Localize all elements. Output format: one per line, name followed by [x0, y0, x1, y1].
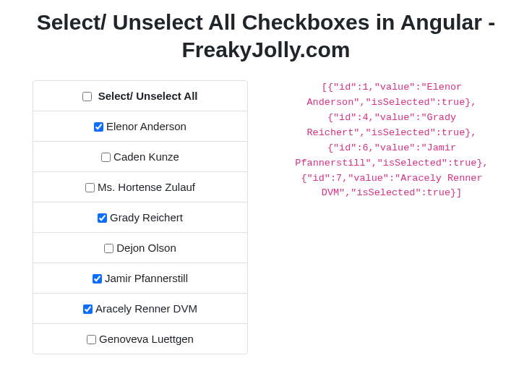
item-checkbox[interactable]	[104, 244, 113, 253]
item-text: Dejon Olson	[116, 242, 176, 254]
item-checkbox[interactable]	[87, 335, 96, 344]
checkbox-list: Select/ Unselect All Elenor AndersonCade…	[33, 80, 248, 354]
list-item: Dejon Olson	[33, 233, 247, 263]
list-item: Jamir Pfannerstill	[33, 263, 247, 294]
item-checkbox[interactable]	[94, 122, 103, 132]
output-column: [{"id":1,"value":"Elenor Anderson","isSe…	[266, 80, 518, 354]
item-text: Caden Kunze	[113, 150, 179, 163]
page-title: Select/ Unselect All Checkboxes in Angul…	[0, 9, 532, 63]
item-text: Genoveva Luettgen	[99, 333, 194, 345]
item-text: Grady Reichert	[110, 211, 183, 223]
item-label[interactable]: Elenor Anderson	[94, 120, 186, 132]
item-text: Jamir Pfannerstill	[105, 272, 188, 284]
list-item: Ms. Hortense Zulauf	[33, 172, 247, 203]
item-checkbox[interactable]	[98, 213, 107, 223]
item-label[interactable]: Aracely Renner DVM	[83, 302, 197, 315]
item-text: Elenor Anderson	[106, 120, 186, 132]
item-checkbox[interactable]	[85, 183, 95, 192]
checkbox-column: Select/ Unselect All Elenor AndersonCade…	[14, 80, 266, 354]
list-item: Aracely Renner DVM	[33, 294, 247, 324]
item-label[interactable]: Grady Reichert	[98, 211, 183, 223]
select-all-label[interactable]: Select/ Unselect All	[82, 90, 197, 102]
item-text: Ms. Hortense Zulauf	[98, 181, 195, 193]
item-checkbox[interactable]	[93, 274, 102, 284]
item-label[interactable]: Dejon Olson	[104, 242, 176, 254]
select-all-checkbox[interactable]	[82, 92, 92, 101]
item-checkbox[interactable]	[101, 153, 111, 162]
select-all-row: Select/ Unselect All	[33, 81, 247, 111]
item-label[interactable]: Caden Kunze	[101, 150, 179, 163]
item-label[interactable]: Genoveva Luettgen	[87, 333, 194, 345]
list-item: Grady Reichert	[33, 203, 247, 233]
item-label[interactable]: Ms. Hortense Zulauf	[85, 181, 195, 193]
item-label[interactable]: Jamir Pfannerstill	[93, 272, 188, 284]
item-text: Aracely Renner DVM	[95, 302, 197, 315]
select-all-text: Select/ Unselect All	[98, 90, 198, 102]
list-item: Caden Kunze	[33, 142, 247, 172]
item-checkbox[interactable]	[83, 304, 93, 314]
list-item: Elenor Anderson	[33, 111, 247, 142]
list-item: Genoveva Luettgen	[33, 324, 247, 354]
json-output: [{"id":1,"value":"Elenor Anderson","isSe…	[273, 80, 510, 201]
main-content: Select/ Unselect All Elenor AndersonCade…	[0, 80, 532, 354]
